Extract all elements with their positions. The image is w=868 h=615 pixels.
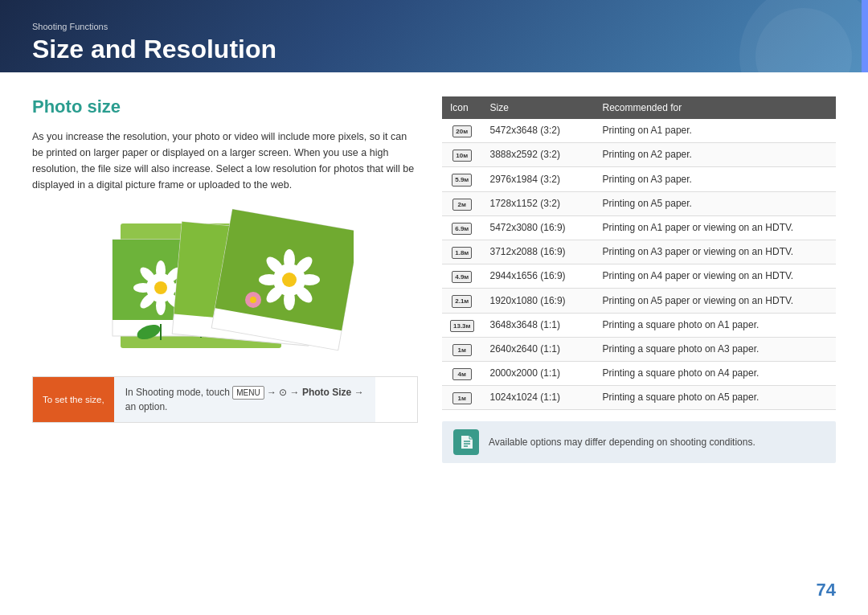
table-row: 1м1024x1024 (1:1)Printing a square photo… xyxy=(442,386,836,410)
icon-badge: 5.9м xyxy=(452,174,472,186)
table-row: 13.3м3648x3648 (1:1)Printing a square ph… xyxy=(442,313,836,337)
icon-badge: 4.9м xyxy=(452,271,472,283)
table-row: 6.9м5472x3080 (16:9)Printing on A1 paper… xyxy=(442,215,836,240)
table-cell-size: 1024x1024 (1:1) xyxy=(482,386,595,410)
table-cell-size: 5472x3648 (3:2) xyxy=(482,119,595,143)
table-cell-icon: 2.1м xyxy=(442,289,482,313)
icon-badge: 20м xyxy=(452,125,472,137)
instruction-label: To set the size, xyxy=(33,377,114,422)
table-cell-size: 3712x2088 (16:9) xyxy=(482,240,595,264)
svg-point-28 xyxy=(284,249,295,270)
table-row: 1м2640x2640 (1:1)Printing a square photo… xyxy=(442,337,836,361)
table-cell-icon: 13.3м xyxy=(442,313,482,337)
note-box: Available options may differ depending o… xyxy=(442,421,836,463)
icon-badge: 2.1м xyxy=(452,295,472,307)
table-cell-rec: Printing on A2 paper. xyxy=(595,143,837,167)
main-content: Photo size As you increase the resolutio… xyxy=(0,72,868,615)
table-cell-size: 1728x1152 (3:2) xyxy=(482,191,595,215)
table-cell-icon: 1м xyxy=(442,337,482,361)
left-column: Photo size As you increase the resolutio… xyxy=(32,88,418,599)
table-cell-size: 2944x1656 (16:9) xyxy=(482,264,595,289)
instruction-text: In Shooting mode, touch MENU → ⊙ → Photo… xyxy=(114,377,375,422)
page-header: Shooting Functions Size and Resolution xyxy=(0,0,868,72)
svg-point-5 xyxy=(156,260,166,280)
table-cell-size: 2640x2640 (1:1) xyxy=(482,337,595,361)
table-cell-rec: Printing on A5 paper. xyxy=(595,191,837,215)
table-cell-rec: Printing a square photo on A1 paper. xyxy=(595,313,837,337)
icon-badge: 2м xyxy=(452,199,472,211)
table-cell-icon: 1.8м xyxy=(442,240,482,264)
size-table: Icon Size Recommended for 20м5472x3648 (… xyxy=(442,96,836,410)
table-cell-icon: 10м xyxy=(442,143,482,167)
table-cell-icon: 4м xyxy=(442,361,482,385)
icon-badge: 10м xyxy=(452,150,472,162)
table-row: 4.9м2944x1656 (16:9)Printing on A4 paper… xyxy=(442,264,836,289)
header-right-accent xyxy=(862,0,868,72)
col-recommended: Recommended for xyxy=(595,96,837,119)
table-cell-icon: 4.9м xyxy=(442,264,482,289)
header-decoration xyxy=(707,0,868,72)
table-cell-rec: Printing on A3 paper or viewing on an HD… xyxy=(595,240,837,264)
table-cell-icon: 5.9м xyxy=(442,167,482,191)
table-cell-rec: Printing on A1 paper. xyxy=(595,119,837,143)
table-row: 2.1м1920x1080 (16:9)Printing on A5 paper… xyxy=(442,289,836,313)
header-title: Size and Resolution xyxy=(32,35,276,64)
svg-point-4 xyxy=(154,281,167,294)
table-row: 5.9м2976x1984 (3:2)Printing on A3 paper. xyxy=(442,167,836,191)
menu-key: MENU xyxy=(232,386,264,400)
svg-point-27 xyxy=(282,273,297,287)
instruction-arrow1: → ⊙ → xyxy=(264,387,302,398)
description-text: As you increase the resolution, your pho… xyxy=(32,129,418,193)
instruction-photo-size: Photo Size xyxy=(302,387,351,398)
photo-illustration xyxy=(96,207,354,360)
table-row: 4м2000x2000 (1:1)Printing a square photo… xyxy=(442,361,836,385)
instruction-end: an option. xyxy=(125,401,168,412)
svg-point-37 xyxy=(250,297,256,303)
icon-badge: 1.8м xyxy=(452,247,472,259)
icon-badge: 4м xyxy=(452,368,472,380)
table-cell-rec: Printing a square photo on A4 paper. xyxy=(595,361,837,385)
table-cell-rec: Printing on A3 paper. xyxy=(595,167,837,191)
table-cell-rec: Printing a square photo on A3 paper. xyxy=(595,337,837,361)
table-cell-rec: Printing a square photo on A5 paper. xyxy=(595,386,837,410)
instruction-text-before: In Shooting mode, touch xyxy=(125,387,232,398)
header-subtitle: Shooting Functions xyxy=(32,22,276,31)
table-cell-size: 5472x3080 (16:9) xyxy=(482,215,595,240)
page-number: 74 xyxy=(817,580,836,601)
note-icon xyxy=(453,429,479,455)
col-icon: Icon xyxy=(442,96,482,119)
col-size: Size xyxy=(482,96,595,119)
right-column: Icon Size Recommended for 20м5472x3648 (… xyxy=(442,88,836,599)
icon-badge: 1м xyxy=(452,344,472,356)
table-cell-size: 3648x3648 (1:1) xyxy=(482,313,595,337)
table-cell-icon: 6.9м xyxy=(442,215,482,240)
svg-point-6 xyxy=(156,296,166,315)
table-cell-rec: Printing on A1 paper or viewing on an HD… xyxy=(595,215,837,240)
svg-point-31 xyxy=(299,274,320,285)
section-title: Photo size xyxy=(32,96,418,117)
icon-badge: 6.9м xyxy=(452,223,472,235)
icon-badge: 1м xyxy=(452,392,472,404)
icon-badge: 13.3м xyxy=(450,320,474,332)
svg-point-29 xyxy=(284,289,295,310)
instruction-arrow2: → xyxy=(351,387,363,398)
table-cell-size: 2976x1984 (3:2) xyxy=(482,167,595,191)
note-text: Available options may differ depending o… xyxy=(489,437,755,448)
instruction-box: To set the size, In Shooting mode, touch… xyxy=(32,376,418,423)
illustration-svg xyxy=(96,207,354,360)
table-row: 2м1728x1152 (3:2)Printing on A5 paper. xyxy=(442,191,836,215)
table-row: 20м5472x3648 (3:2)Printing on A1 paper. xyxy=(442,119,836,143)
table-cell-size: 3888x2592 (3:2) xyxy=(482,143,595,167)
table-cell-size: 2000x2000 (1:1) xyxy=(482,361,595,385)
table-cell-rec: Printing on A5 paper or viewing on an HD… xyxy=(595,289,837,313)
svg-point-30 xyxy=(259,274,280,285)
table-header-row: Icon Size Recommended for xyxy=(442,96,836,119)
table-row: 1.8м3712x2088 (16:9)Printing on A3 paper… xyxy=(442,240,836,264)
table-cell-rec: Printing on A4 paper or viewing on an HD… xyxy=(595,264,837,289)
table-row: 10м3888x2592 (3:2)Printing on A2 paper. xyxy=(442,143,836,167)
table-cell-icon: 20м xyxy=(442,119,482,143)
table-cell-icon: 1м xyxy=(442,386,482,410)
svg-point-7 xyxy=(133,283,153,293)
table-cell-icon: 2м xyxy=(442,191,482,215)
header-content: Shooting Functions Size and Resolution xyxy=(32,22,276,64)
